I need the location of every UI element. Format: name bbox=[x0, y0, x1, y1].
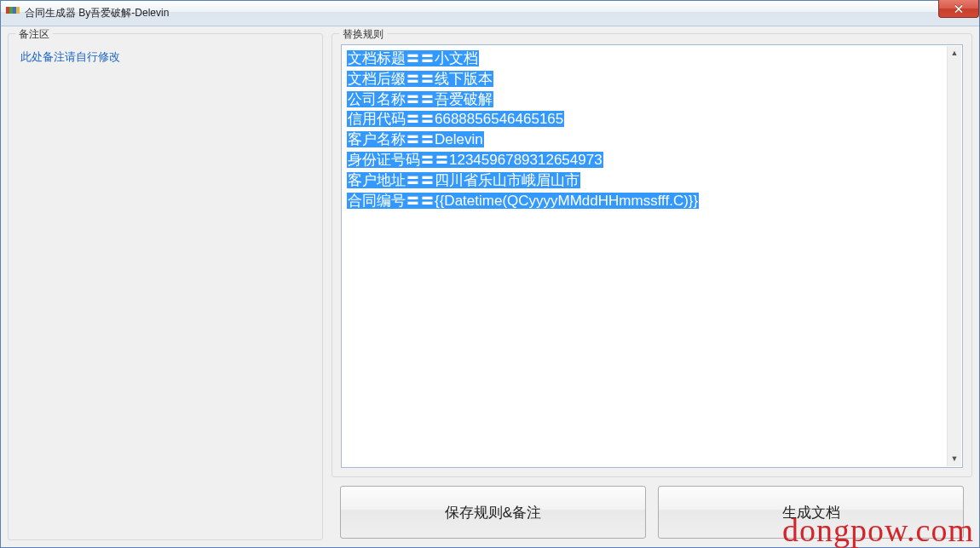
rules-line-text: 合同编号〓〓{{Datetime(QCyyyyMMddHHmmssfff.C)}… bbox=[347, 193, 699, 209]
scrollbar[interactable]: ▲ ▼ bbox=[947, 46, 961, 466]
app-window: 合同生成器 By吾爱破解-Delevin 备注区 此处备注请自行修改 替换规则 … bbox=[0, 0, 980, 548]
rules-line[interactable]: 客户地址〓〓四川省乐山市峨眉山市 bbox=[347, 170, 957, 191]
scroll-down-icon[interactable]: ▼ bbox=[948, 452, 961, 466]
rules-groupbox: 替换规则 文档标题〓〓小文档文档后缀〓〓线下版本公司名称〓〓吾爱破解信用代码〓〓… bbox=[331, 33, 972, 477]
close-icon bbox=[954, 5, 963, 13]
body: 备注区 此处备注请自行修改 替换规则 文档标题〓〓小文档文档后缀〓〓线下版本公司… bbox=[1, 26, 979, 547]
rules-line[interactable]: 身份证号码〓〓1234596789312654973 bbox=[347, 150, 957, 170]
rules-line[interactable]: 公司名称〓〓吾爱破解 bbox=[347, 89, 957, 110]
notes-legend: 备注区 bbox=[15, 27, 53, 42]
notes-textarea[interactable]: 此处备注请自行修改 bbox=[17, 44, 314, 531]
rules-line-text: 文档标题〓〓小文档 bbox=[347, 50, 479, 66]
titlebar[interactable]: 合同生成器 By吾爱破解-Delevin bbox=[1, 1, 979, 26]
rules-line[interactable]: 文档后缀〓〓线下版本 bbox=[347, 69, 957, 89]
right-panel: 替换规则 文档标题〓〓小文档文档后缀〓〓线下版本公司名称〓〓吾爱破解信用代码〓〓… bbox=[331, 33, 972, 540]
window-title: 合同生成器 By吾爱破解-Delevin bbox=[25, 6, 169, 20]
notes-groupbox: 备注区 此处备注请自行修改 bbox=[8, 33, 323, 540]
rules-line-text: 身份证号码〓〓1234596789312654973 bbox=[347, 152, 603, 168]
generate-doc-button[interactable]: 生成文档 bbox=[658, 486, 964, 539]
rules-legend: 替换规则 bbox=[339, 27, 387, 42]
rules-line[interactable]: 信用代码〓〓6688856546465165 bbox=[347, 109, 957, 130]
button-row: 保存规则&备注 生成文档 bbox=[331, 486, 972, 540]
rules-line-text: 信用代码〓〓6688856546465165 bbox=[347, 111, 564, 127]
save-rules-button[interactable]: 保存规则&备注 bbox=[340, 486, 646, 539]
rules-line-text: 文档后缀〓〓线下版本 bbox=[347, 71, 493, 87]
rules-line[interactable]: 客户名称〓〓Delevin bbox=[347, 130, 957, 150]
close-button[interactable] bbox=[938, 0, 979, 18]
rules-line[interactable]: 合同编号〓〓{{Datetime(QCyyyyMMddHHmmssfff.C)}… bbox=[347, 191, 957, 211]
rules-textarea[interactable]: 文档标题〓〓小文档文档后缀〓〓线下版本公司名称〓〓吾爱破解信用代码〓〓66888… bbox=[341, 44, 963, 468]
rules-line-text: 客户名称〓〓Delevin bbox=[347, 131, 484, 147]
rules-line-text: 公司名称〓〓吾爱破解 bbox=[347, 91, 493, 107]
scroll-up-icon[interactable]: ▲ bbox=[948, 46, 961, 61]
app-icon bbox=[6, 7, 20, 20]
rules-line[interactable]: 文档标题〓〓小文档 bbox=[347, 49, 957, 69]
rules-line-text: 客户地址〓〓四川省乐山市峨眉山市 bbox=[347, 172, 580, 188]
